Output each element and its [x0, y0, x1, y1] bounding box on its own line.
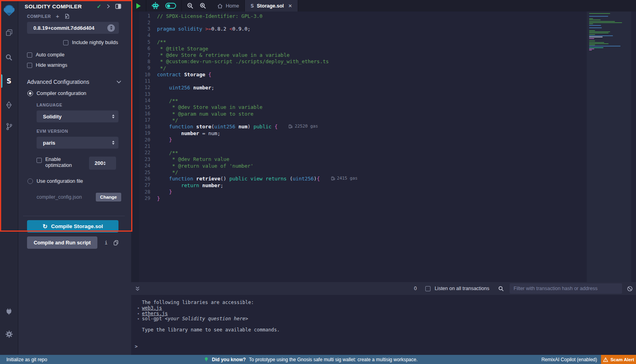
refresh-icon: ↻ — [43, 223, 48, 230]
compile-button[interactable]: ↻ Compile Storage.sol — [27, 220, 118, 232]
compile-and-run-button[interactable]: Compile and Run script — [27, 236, 97, 249]
compiler-version-value: 0.8.19+commit.7dd6d404 — [33, 25, 107, 31]
home-icon — [217, 3, 223, 9]
copilot-toggle[interactable] — [165, 3, 176, 9]
copy-icon[interactable] — [113, 240, 118, 246]
code-line: 15 * @dev Store value in variable — [131, 104, 584, 110]
remix-logo-icon[interactable] — [0, 1, 18, 21]
clear-console-icon[interactable] — [627, 286, 633, 292]
chevron-right-icon[interactable] — [107, 4, 110, 9]
terminal-library-link[interactable]: ethers.js — [142, 311, 168, 316]
terminal-library-item: •sol-gpt <your Solidity question here> — [131, 316, 636, 322]
add-compiler-icon[interactable]: + — [56, 14, 59, 18]
import-compiler-file-icon[interactable] — [64, 14, 70, 19]
run-script-play-icon[interactable] — [136, 3, 141, 9]
language-select[interactable]: Solidity — [37, 110, 118, 122]
code-line: 13 — [131, 91, 584, 97]
terminal-search-icon[interactable] — [498, 286, 504, 292]
code-line: 21 — [131, 143, 584, 149]
editor-tab-bar: Home S Storage.sol ✕ — [131, 0, 636, 12]
git-icon[interactable] — [0, 118, 18, 134]
terminal-library-item: •web3.js — [131, 306, 636, 311]
listen-transactions-checkbox[interactable] — [425, 286, 430, 291]
transaction-filter-input[interactable] — [510, 283, 622, 294]
copilot-status[interactable]: RemixAI Copilot (enabled) — [541, 355, 597, 364]
code-line: 29} — [131, 195, 584, 201]
zoom-in-icon[interactable] — [200, 2, 206, 9]
code-line: 8 * @custom:dev-run-script ./scripts/dep… — [131, 58, 584, 65]
search-icon[interactable] — [0, 49, 18, 65]
optimization-runs-value: 200 — [95, 160, 103, 166]
auto-compile-label: Auto compile — [36, 52, 64, 58]
code-line: 16 * @param num value to store — [131, 110, 584, 117]
deploy-and-run-icon[interactable] — [0, 97, 18, 113]
compiler-configuration-radio[interactable] — [27, 91, 33, 96]
ai-copilot-group — [146, 0, 182, 12]
file-explorer-icon[interactable] — [0, 25, 18, 41]
terminal-intro: The following libraries are accessible: — [131, 300, 636, 306]
solidity-compiler-icon[interactable]: S — [0, 73, 18, 89]
code-line: 5/** — [131, 39, 584, 45]
code-line: 14 /** — [131, 97, 584, 104]
evm-version-value: paris — [43, 140, 112, 146]
evm-version-select[interactable]: paris — [37, 137, 118, 149]
terminal-library-list: •web3.js•ethers.js•sol-gpt <your Solidit… — [131, 306, 636, 322]
panel-divider — [23, 216, 125, 216]
split-panel-icon[interactable] — [115, 4, 121, 9]
terminal-prompt[interactable]: > — [135, 344, 138, 349]
zoom-out-icon[interactable] — [187, 2, 194, 9]
change-config-button[interactable]: Change — [96, 193, 121, 201]
terminal-header: 0 Listen on all transactions — [131, 282, 636, 295]
code-line: 9 */ — [131, 65, 584, 71]
code-line: 27 return number; — [131, 182, 584, 188]
include-nightly-checkbox[interactable] — [63, 40, 68, 45]
auto-compile-checkbox[interactable] — [27, 52, 32, 58]
code-line: 11 — [131, 78, 584, 84]
tab-home[interactable]: Home — [211, 0, 244, 12]
plugin-manager-icon[interactable] — [0, 303, 18, 319]
tab-storage-sol[interactable]: S Storage.sol ✕ — [244, 0, 298, 12]
chevron-down-icon — [116, 80, 121, 83]
terminal-hint: Type the library name to see available c… — [131, 327, 636, 333]
collapse-terminal-icon[interactable] — [135, 286, 140, 291]
zoom-group — [182, 0, 211, 12]
solidity-file-icon: S — [250, 3, 254, 9]
enable-optimization-label: Enable optimization — [45, 157, 80, 168]
code-editor[interactable]: 1// SPDX-License-Identifier: GPL-3.023pr… — [131, 12, 636, 282]
use-config-file-label: Use configuration file — [37, 178, 83, 184]
transaction-count-badge: 0 — [414, 286, 417, 291]
panel-title: SOLIDITY COMPILER — [25, 4, 97, 10]
code-line: 3pragma solidity >=0.8.2 <0.9.0; — [131, 26, 584, 32]
optimization-runs-input[interactable]: 200 — [89, 157, 116, 170]
advanced-configurations-header[interactable]: Advanced Configurations — [27, 79, 121, 85]
language-label: LANGUAGE — [37, 103, 121, 107]
close-tab-icon[interactable]: ✕ — [288, 3, 292, 9]
code-line: 22 /** — [131, 149, 584, 156]
listen-transactions-label: Listen on all transactions — [434, 286, 489, 291]
settings-gear-icon[interactable] — [0, 326, 18, 342]
status-bar: Initialize as git repo Did you know? To … — [0, 355, 636, 364]
scam-alert-button[interactable]: Scam Alert — [601, 355, 636, 364]
lightbulb-icon — [204, 356, 209, 362]
panel-header: SOLIDITY COMPILER ✓ — [25, 3, 121, 10]
init-git-repo-button[interactable]: Initialize as git repo — [6, 355, 47, 364]
code-line: 18 function store(uint256 num) public {2… — [131, 124, 584, 130]
info-icon[interactable]: i — [105, 240, 108, 246]
gas-estimate-badge: 22520 gas — [289, 124, 318, 129]
scam-alert-label: Scam Alert — [611, 357, 634, 362]
gas-estimate-badge: 2415 gas — [331, 176, 358, 181]
terminal-output: The following libraries are accessible: … — [131, 295, 636, 355]
compiler-version-select[interactable]: 0.8.19+commit.7dd6d404 — [27, 22, 119, 34]
compiler-configuration-label: Compiler configuration — [37, 91, 86, 96]
compile-button-label: Compile Storage.sol — [51, 223, 103, 229]
hide-warnings-checkbox[interactable] — [27, 63, 32, 68]
ai-robot-icon[interactable] — [151, 2, 159, 10]
terminal-library-link[interactable]: web3.js — [142, 305, 162, 311]
enable-optimization-checkbox[interactable] — [37, 158, 42, 163]
select-arrows-icon — [112, 114, 114, 118]
code-line: 2 — [131, 19, 584, 25]
editor-minimap[interactable] — [587, 12, 631, 282]
use-config-file-radio[interactable] — [27, 178, 33, 184]
spinner-arrows-icon — [103, 161, 106, 165]
code-line: 26 function retrieve() public view retur… — [131, 176, 584, 182]
